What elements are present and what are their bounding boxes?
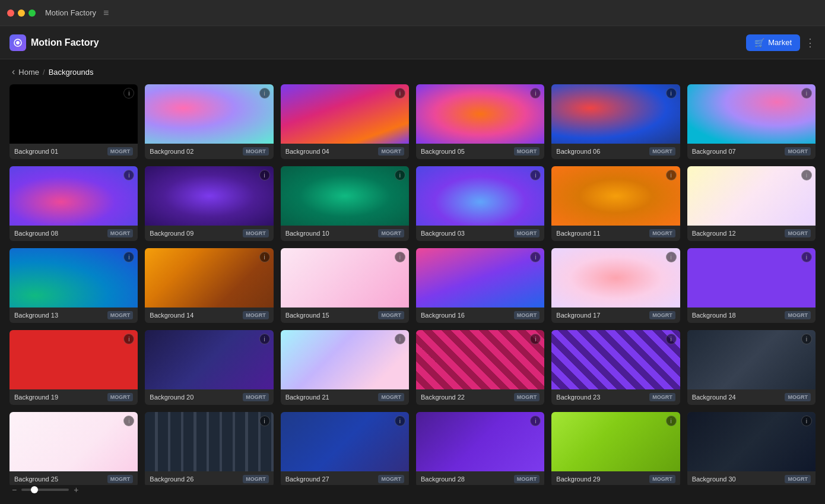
card-info-button[interactable]: i bbox=[666, 416, 677, 426]
card-thumbnail: i bbox=[145, 166, 273, 226]
card-info-button[interactable]: i bbox=[259, 88, 270, 99]
breadcrumb-separator: / bbox=[43, 68, 45, 77]
background-card-1[interactable]: iBackground 01MOGRT bbox=[9, 84, 138, 159]
card-info-button[interactable]: i bbox=[259, 416, 270, 426]
title-bar-app-name: Motion Factory bbox=[45, 8, 96, 17]
card-info-button[interactable]: i bbox=[395, 170, 405, 180]
card-info-button[interactable]: i bbox=[530, 170, 541, 180]
card-info-button[interactable]: i bbox=[123, 170, 134, 180]
card-info-button[interactable]: i bbox=[530, 334, 541, 344]
zoom-plus-button[interactable]: + bbox=[74, 485, 78, 495]
background-card-3[interactable]: iBackground 04MOGRT bbox=[281, 84, 409, 159]
card-thumbnail: i bbox=[687, 84, 816, 144]
background-card-19[interactable]: iBackground 19MOGRT bbox=[9, 330, 138, 405]
title-bar: Motion Factory ≡ bbox=[0, 0, 825, 26]
card-label: Background 22 bbox=[421, 394, 465, 401]
card-thumbnail: i bbox=[687, 248, 816, 308]
card-info-button[interactable]: i bbox=[801, 170, 812, 180]
card-info-button[interactable]: i bbox=[123, 88, 134, 99]
card-thumbnail: i bbox=[9, 330, 138, 389]
app-title: Motion Factory bbox=[31, 37, 99, 48]
background-card-14[interactable]: iBackground 14MOGRT bbox=[145, 248, 273, 323]
background-card-5[interactable]: iBackground 06MOGRT bbox=[551, 84, 680, 159]
card-info-button[interactable]: i bbox=[801, 416, 812, 426]
card-info-button[interactable]: i bbox=[123, 416, 134, 426]
title-bar-menu-icon[interactable]: ≡ bbox=[103, 8, 109, 18]
card-info-button[interactable]: i bbox=[395, 334, 405, 344]
background-card-23[interactable]: iBackground 23MOGRT bbox=[551, 330, 680, 405]
background-card-4[interactable]: iBackground 05MOGRT bbox=[416, 84, 544, 159]
card-label: Background 12 bbox=[692, 230, 736, 237]
background-card-15[interactable]: iBackground 15MOGRT bbox=[281, 248, 409, 323]
background-card-29[interactable]: iBackground 29MOGRT bbox=[551, 412, 680, 485]
card-thumbnail: i bbox=[145, 412, 273, 471]
card-label: Background 07 bbox=[692, 148, 736, 155]
card-thumbnail: i bbox=[551, 412, 680, 471]
background-card-6[interactable]: iBackground 07MOGRT bbox=[687, 84, 816, 159]
card-footer: Background 30MOGRT bbox=[687, 471, 816, 485]
card-label: Background 09 bbox=[150, 230, 193, 237]
background-card-12[interactable]: iBackground 12MOGRT bbox=[687, 166, 816, 241]
card-info-button[interactable]: i bbox=[666, 170, 677, 180]
background-card-16[interactable]: iBackground 16MOGRT bbox=[416, 248, 544, 323]
background-card-30[interactable]: iBackground 30MOGRT bbox=[687, 412, 816, 485]
zoom-minus-button[interactable]: − bbox=[12, 485, 17, 495]
mogrt-badge: MOGRT bbox=[378, 311, 404, 319]
background-card-10[interactable]: iBackground 03MOGRT bbox=[416, 166, 544, 241]
background-card-20[interactable]: iBackground 20MOGRT bbox=[145, 330, 273, 405]
card-info-button[interactable]: i bbox=[666, 88, 677, 99]
back-button[interactable]: ‹ bbox=[12, 66, 15, 77]
minimize-button[interactable] bbox=[18, 9, 25, 17]
market-button[interactable]: 🛒 Market bbox=[746, 34, 800, 51]
card-info-button[interactable]: i bbox=[666, 252, 677, 262]
card-info-button[interactable]: i bbox=[395, 416, 405, 426]
card-footer: Background 12MOGRT bbox=[687, 226, 816, 241]
card-footer: Background 16MOGRT bbox=[416, 308, 544, 323]
background-card-22[interactable]: iBackground 22MOGRT bbox=[416, 330, 544, 405]
app-header: Motion Factory 🛒 Market ⋮ bbox=[0, 26, 825, 59]
background-card-7[interactable]: iBackground 08MOGRT bbox=[9, 166, 138, 241]
background-card-18[interactable]: iBackground 18MOGRT bbox=[687, 248, 816, 323]
card-info-button[interactable]: i bbox=[259, 334, 270, 344]
background-card-8[interactable]: iBackground 09MOGRT bbox=[145, 166, 273, 241]
background-card-13[interactable]: iBackground 13MOGRT bbox=[9, 248, 138, 323]
card-info-button[interactable]: i bbox=[530, 416, 541, 426]
card-info-button[interactable]: i bbox=[530, 252, 541, 262]
card-footer: Background 09MOGRT bbox=[145, 226, 273, 241]
background-card-17[interactable]: iBackground 17MOGRT bbox=[551, 248, 680, 323]
card-info-button[interactable]: i bbox=[123, 334, 134, 344]
mogrt-badge: MOGRT bbox=[649, 393, 675, 401]
close-button[interactable] bbox=[7, 9, 14, 17]
background-card-21[interactable]: iBackground 21MOGRT bbox=[281, 330, 409, 405]
background-card-9[interactable]: iBackground 10MOGRT bbox=[281, 166, 409, 241]
card-info-button[interactable]: i bbox=[259, 170, 270, 180]
background-card-26[interactable]: iBackground 26MOGRT bbox=[145, 412, 273, 485]
card-footer: Background 13MOGRT bbox=[9, 308, 138, 323]
background-card-25[interactable]: iBackground 25MOGRT bbox=[9, 412, 138, 485]
card-info-button[interactable]: i bbox=[801, 252, 812, 262]
mogrt-badge: MOGRT bbox=[649, 311, 675, 319]
card-label: Background 13 bbox=[14, 312, 58, 319]
mogrt-badge: MOGRT bbox=[378, 475, 404, 483]
card-info-button[interactable]: i bbox=[801, 88, 812, 99]
card-info-button[interactable]: i bbox=[801, 334, 812, 344]
background-card-24[interactable]: iBackground 24MOGRT bbox=[687, 330, 816, 405]
card-info-button[interactable]: i bbox=[666, 334, 677, 344]
card-info-button[interactable]: i bbox=[530, 88, 541, 99]
card-label: Background 05 bbox=[421, 148, 465, 155]
background-card-11[interactable]: iBackground 11MOGRT bbox=[551, 166, 680, 241]
more-options-button[interactable]: ⋮ bbox=[805, 36, 816, 49]
card-label: Background 15 bbox=[285, 312, 329, 319]
card-info-button[interactable]: i bbox=[395, 88, 405, 99]
background-card-28[interactable]: iBackground 28MOGRT bbox=[416, 412, 544, 485]
maximize-button[interactable] bbox=[28, 9, 36, 17]
card-info-button[interactable]: i bbox=[395, 252, 405, 262]
card-info-button[interactable]: i bbox=[259, 252, 270, 262]
background-card-27[interactable]: iBackground 27MOGRT bbox=[281, 412, 409, 485]
zoom-slider[interactable] bbox=[21, 489, 69, 491]
card-thumbnail: i bbox=[281, 84, 409, 144]
background-card-2[interactable]: iBackground 02MOGRT bbox=[145, 84, 273, 159]
card-info-button[interactable]: i bbox=[123, 252, 134, 262]
card-label: Background 21 bbox=[285, 394, 329, 401]
breadcrumb-home[interactable]: Home bbox=[18, 68, 39, 77]
